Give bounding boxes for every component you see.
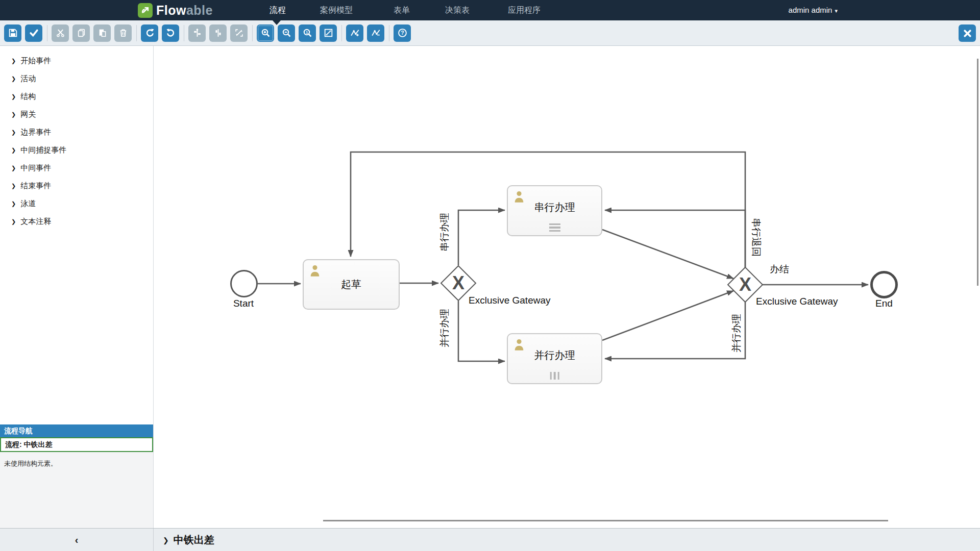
svg-text:1: 1 bbox=[305, 30, 308, 35]
zoom-actual-button[interactable]: 1 bbox=[299, 24, 316, 42]
parallel-multi-instance-icon bbox=[550, 372, 559, 380]
tab-decision-tables[interactable]: 决策表 bbox=[445, 0, 470, 20]
chevron-right-icon: ❯ bbox=[11, 147, 16, 154]
copy-button[interactable] bbox=[72, 24, 90, 42]
tab-apps[interactable]: 应用程序 bbox=[508, 0, 541, 20]
palette-sidebar: ❯开始事件 ❯活动 ❯结构 ❯网关 ❯边界事件 ❯中间捕捉事件 ❯中间事件 ❯结… bbox=[0, 46, 154, 528]
gateway2-label: Exclusive Gateway bbox=[756, 296, 838, 307]
process-navigator-panel: 流程导航 流程: 中铁出差 未使用结构元素。 bbox=[0, 424, 153, 528]
zoom-in-button[interactable] bbox=[257, 24, 274, 42]
palette-group-gateways[interactable]: ❯网关 bbox=[0, 106, 153, 123]
start-event-label: Start bbox=[223, 298, 264, 309]
toolbar-separator bbox=[47, 25, 47, 41]
tab-processes[interactable]: 流程 bbox=[270, 0, 286, 20]
undo-button[interactable] bbox=[162, 24, 179, 42]
canvas-horizontal-scrollbar[interactable] bbox=[323, 520, 888, 521]
palette-group-intermediate-catching-events[interactable]: ❯中间捕捉事件 bbox=[0, 141, 153, 159]
svg-text:?: ? bbox=[401, 30, 404, 36]
align-horizontal-button[interactable] bbox=[209, 24, 227, 42]
paste-button[interactable] bbox=[93, 24, 111, 42]
flow-gateway2-back-to-parallel[interactable] bbox=[605, 302, 745, 359]
flow-label-parallel-return: 并行办理 bbox=[730, 314, 743, 353]
palette-group-boundary-events[interactable]: ❯边界事件 bbox=[0, 123, 153, 141]
save-button[interactable] bbox=[4, 24, 21, 42]
zoom-out-button[interactable] bbox=[278, 24, 295, 42]
collapse-sidebar-button[interactable]: ‹ bbox=[0, 529, 154, 551]
chevron-right-icon: ❯ bbox=[11, 183, 16, 189]
chevron-right-icon: ❯ bbox=[11, 201, 16, 207]
delete-button[interactable] bbox=[114, 24, 132, 42]
cut-button[interactable] bbox=[52, 24, 69, 42]
chevron-right-icon: ❯ bbox=[11, 129, 16, 136]
flow-gateway1-to-serial[interactable] bbox=[458, 210, 505, 265]
chevron-right-icon: ❯ bbox=[11, 165, 16, 171]
task-label: 起草 bbox=[304, 260, 399, 309]
caret-down-icon: ▾ bbox=[835, 8, 838, 14]
chevron-right-icon: ❯ bbox=[11, 93, 16, 100]
diagram-canvas[interactable]: Start 起草 串行办理 并行办理 X Exclusive Gateway X… bbox=[154, 46, 980, 528]
flow-serial-to-gateway2[interactable] bbox=[602, 230, 733, 279]
flow-parallel-to-gateway2[interactable] bbox=[602, 291, 733, 340]
toolbar-separator bbox=[341, 25, 342, 41]
user-menu[interactable]: admin admin▾ bbox=[789, 0, 838, 20]
process-title: 中铁出差 bbox=[174, 533, 214, 547]
chevron-left-icon: ‹ bbox=[75, 534, 79, 546]
toolbar-separator bbox=[389, 25, 389, 41]
palette-group-annotations[interactable]: ❯文本注释 bbox=[0, 213, 153, 231]
palette-group-label: 活动 bbox=[20, 74, 36, 84]
process-navigator-header: 流程导航 bbox=[0, 424, 153, 437]
process-navigator-note: 未使用结构元素。 bbox=[0, 452, 153, 475]
brand-text-flow: Flow bbox=[156, 3, 186, 18]
close-editor-button[interactable] bbox=[959, 24, 976, 42]
palette-group-end-events[interactable]: ❯结束事件 bbox=[0, 177, 153, 195]
redo-button[interactable] bbox=[141, 24, 158, 42]
same-size-button[interactable] bbox=[230, 24, 248, 42]
bottom-bar: ‹ ❯ 中铁出差 bbox=[0, 528, 980, 551]
palette-group-label: 文本注释 bbox=[20, 217, 51, 227]
editor-toolbar: 1 ? bbox=[0, 20, 980, 46]
toolbar-separator bbox=[136, 25, 137, 41]
chevron-right-icon: ❯ bbox=[11, 111, 16, 118]
tab-forms[interactable]: 表单 bbox=[394, 0, 410, 20]
start-event[interactable] bbox=[230, 270, 258, 297]
toolbar-separator bbox=[184, 25, 184, 41]
sequence-flows-layer bbox=[154, 46, 980, 528]
user-task-serial[interactable]: 串行办理 bbox=[507, 185, 602, 236]
flowable-logo: Flowable bbox=[138, 3, 213, 18]
flow-label-finish: 办结 bbox=[770, 263, 789, 276]
align-vertical-button[interactable] bbox=[188, 24, 206, 42]
palette-group-activities[interactable]: ❯活动 bbox=[0, 70, 153, 88]
end-event[interactable] bbox=[870, 271, 898, 298]
chevron-right-icon: ❯ bbox=[11, 58, 16, 64]
palette-group-label: 结构 bbox=[20, 92, 36, 102]
palette-group-swimlanes[interactable]: ❯泳道 bbox=[0, 195, 153, 213]
palette-group-start-events[interactable]: ❯开始事件 bbox=[0, 52, 153, 70]
top-navbar: Flowable 流程 案例模型 表单 决策表 应用程序 admin admin… bbox=[0, 0, 980, 20]
flow-label-serial-return: 串行退回 bbox=[749, 218, 763, 257]
flow-label-serial-branch: 串行办理 bbox=[438, 213, 451, 252]
help-button[interactable]: ? bbox=[394, 24, 411, 42]
chevron-right-icon: ❯ bbox=[163, 536, 169, 544]
user-task-parallel[interactable]: 并行办理 bbox=[507, 333, 602, 384]
process-title-bar[interactable]: ❯ 中铁出差 bbox=[163, 529, 214, 551]
zoom-fit-button[interactable] bbox=[320, 24, 337, 42]
add-bendpoint-button[interactable] bbox=[346, 24, 363, 42]
process-navigator-current-item[interactable]: 流程: 中铁出差 bbox=[0, 437, 153, 452]
chevron-right-icon: ❯ bbox=[11, 218, 16, 225]
flow-gateway1-to-parallel[interactable] bbox=[458, 301, 505, 361]
end-event-label: End bbox=[863, 298, 905, 309]
active-tab-caret bbox=[273, 20, 281, 25]
validate-button[interactable] bbox=[25, 24, 42, 42]
tab-case-models[interactable]: 案例模型 bbox=[320, 0, 353, 20]
palette-group-label: 网关 bbox=[20, 110, 36, 119]
palette-group-label: 泳道 bbox=[20, 199, 36, 209]
palette-group-structural[interactable]: ❯结构 bbox=[0, 88, 153, 106]
canvas-vertical-scrollbar[interactable] bbox=[977, 59, 978, 286]
palette-group-label: 边界事件 bbox=[20, 128, 51, 137]
remove-bendpoint-button[interactable] bbox=[367, 24, 384, 42]
gateway1-label: Exclusive Gateway bbox=[469, 295, 551, 306]
user-task-draft[interactable]: 起草 bbox=[303, 259, 400, 310]
palette-group-intermediate-events[interactable]: ❯中间事件 bbox=[0, 159, 153, 177]
palette-group-label: 开始事件 bbox=[20, 56, 51, 66]
palette-group-label: 结束事件 bbox=[20, 181, 51, 191]
